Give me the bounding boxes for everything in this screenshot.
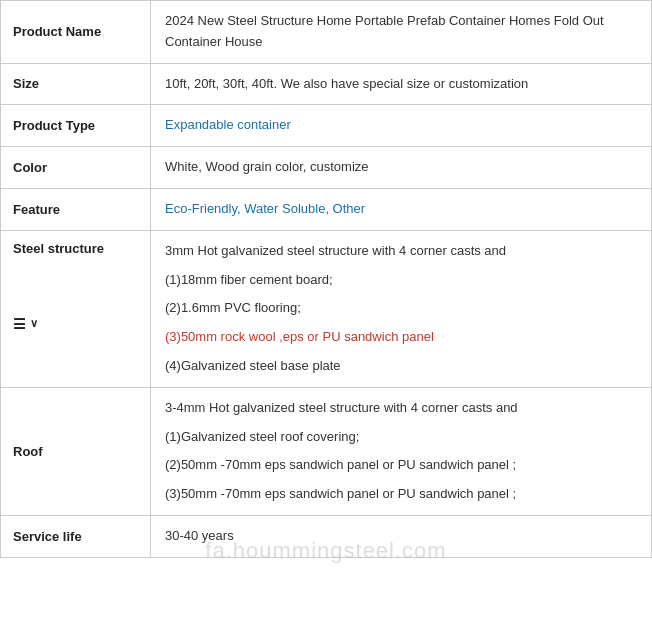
row-size: Size10ft, 20ft, 30ft, 40ft. We also have… <box>1 64 651 106</box>
value-size: 10ft, 20ft, 30ft, 40ft. We also have spe… <box>151 64 651 105</box>
value-steel-structure: 3mm Hot galvanized steel structure with … <box>151 231 651 387</box>
row-steel-structure: Steel structure☰∨3mm Hot galvanized stee… <box>1 231 651 388</box>
chevron-down-icon[interactable]: ∨ <box>30 317 38 330</box>
product-table: Product Name2024 New Steel Structure Hom… <box>0 0 652 558</box>
row-feature: FeatureEco-Friendly, Water Soluble, Othe… <box>1 189 651 231</box>
label-product-name: Product Name <box>1 1 151 63</box>
label-steel-structure: Steel structure☰∨ <box>1 231 151 387</box>
value-product-name: 2024 New Steel Structure Home Portable P… <box>151 1 651 63</box>
label-roof: Roof <box>1 388 151 515</box>
row-service-life: Service life30-40 years <box>1 516 651 557</box>
row-roof: Roof3-4mm Hot galvanized steel structure… <box>1 388 651 516</box>
value-service-life: 30-40 years <box>151 516 651 557</box>
value-feature: Eco-Friendly, Water Soluble, Other <box>151 189 651 230</box>
list-icon: ☰ <box>13 316 26 332</box>
label-product-type: Product Type <box>1 105 151 146</box>
label-size: Size <box>1 64 151 105</box>
label-service-life: Service life <box>1 516 151 557</box>
value-product-type: Expandable container <box>151 105 651 146</box>
label-feature: Feature <box>1 189 151 230</box>
row-product-name: Product Name2024 New Steel Structure Hom… <box>1 1 651 64</box>
value-color: White, Wood grain color, customize <box>151 147 651 188</box>
row-color: ColorWhite, Wood grain color, customize <box>1 147 651 189</box>
label-color: Color <box>1 147 151 188</box>
row-product-type: Product TypeExpandable container <box>1 105 651 147</box>
value-roof: 3-4mm Hot galvanized steel structure wit… <box>151 388 651 515</box>
